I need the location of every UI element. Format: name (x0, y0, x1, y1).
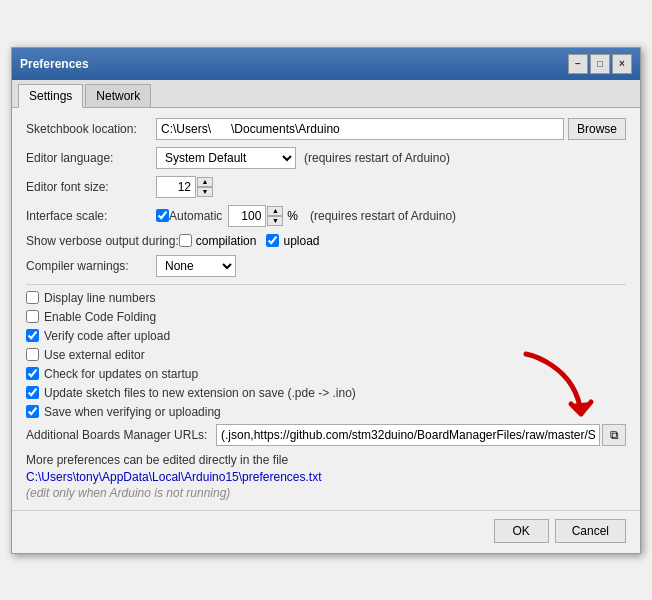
sketchbook-label: Sketchbook location: (26, 122, 156, 136)
verbose-output-label: Show verbose output during: (26, 234, 179, 248)
upload-check-wrap: upload (266, 234, 319, 248)
boards-url-row: Additional Boards Manager URLs: ⧉ (26, 424, 626, 446)
settings-panel: Sketchbook location: Browse Editor langu… (12, 108, 640, 510)
check-updates-label: Check for updates on startup (44, 367, 198, 381)
scale-input[interactable] (228, 205, 266, 227)
editor-font-row: Editor font size: ▲ ▼ (26, 176, 626, 198)
update-sketch-row: Update sketch files to new extension on … (26, 386, 626, 400)
external-editor-row: Use external editor (26, 348, 626, 362)
verify-code-checkbox[interactable] (26, 329, 39, 342)
check-updates-row: Check for updates on startup (26, 367, 626, 381)
sketchbook-row: Sketchbook location: Browse (26, 118, 626, 140)
upload-label: upload (283, 234, 319, 248)
editor-language-hint: (requires restart of Arduino) (304, 151, 450, 165)
display-line-numbers-row: Display line numbers (26, 291, 626, 305)
dialog-title: Preferences (20, 57, 89, 71)
font-decrement-button[interactable]: ▼ (197, 187, 213, 197)
ok-button[interactable]: OK (494, 519, 549, 543)
minimize-button[interactable]: − (568, 54, 588, 74)
save-verifying-checkbox[interactable] (26, 405, 39, 418)
tab-network[interactable]: Network (85, 84, 151, 107)
scale-hint: (requires restart of Arduino) (310, 209, 456, 223)
font-increment-button[interactable]: ▲ (197, 177, 213, 187)
verbose-output-row: Show verbose output during: compilation … (26, 234, 626, 248)
more-prefs-text: More preferences can be edited directly … (26, 453, 626, 467)
dialog-footer: OK Cancel (12, 510, 640, 553)
display-line-numbers-label: Display line numbers (44, 291, 155, 305)
font-spinner-buttons: ▲ ▼ (197, 177, 213, 197)
percent-symbol: % (287, 209, 298, 223)
copy-icon: ⧉ (610, 428, 619, 442)
upload-checkbox[interactable] (266, 234, 279, 247)
compiler-warnings-select[interactable]: None (156, 255, 236, 277)
compiler-warnings-label: Compiler warnings: (26, 259, 156, 273)
compilation-label: compilation (196, 234, 257, 248)
tab-settings[interactable]: Settings (18, 84, 83, 108)
scale-spinner-buttons: ▲ ▼ (267, 206, 283, 226)
automatic-checkbox[interactable] (156, 209, 169, 222)
title-bar: Preferences − □ × (12, 48, 640, 80)
update-sketch-checkbox[interactable] (26, 386, 39, 399)
compiler-warnings-row: Compiler warnings: None (26, 255, 626, 277)
external-editor-label: Use external editor (44, 348, 145, 362)
enable-code-folding-row: Enable Code Folding (26, 310, 626, 324)
font-size-input[interactable] (156, 176, 196, 198)
verify-code-label: Verify code after upload (44, 329, 170, 343)
editor-font-label: Editor font size: (26, 180, 156, 194)
editor-language-label: Editor language: (26, 151, 156, 165)
close-button[interactable]: × (612, 54, 632, 74)
interface-scale-label: Interface scale: (26, 209, 156, 223)
scale-spinner: ▲ ▼ (228, 205, 283, 227)
boards-manager-section: Additional Boards Manager URLs: ⧉ (26, 424, 626, 446)
boards-url-label: Additional Boards Manager URLs: (26, 428, 216, 442)
cancel-button[interactable]: Cancel (555, 519, 626, 543)
copy-button[interactable]: ⧉ (602, 424, 626, 446)
save-verifying-label: Save when verifying or uploading (44, 405, 221, 419)
update-sketch-label: Update sketch files to new extension on … (44, 386, 356, 400)
tab-bar: Settings Network (12, 80, 640, 108)
title-bar-buttons: − □ × (568, 54, 632, 74)
verify-code-row: Verify code after upload (26, 329, 626, 343)
preferences-dialog: Preferences − □ × Settings Network Sketc… (11, 47, 641, 554)
compilation-check-wrap: compilation (179, 234, 257, 248)
interface-scale-row: Interface scale: Automatic ▲ ▼ % (requir… (26, 205, 626, 227)
enable-code-folding-checkbox[interactable] (26, 310, 39, 323)
prefs-path: C:\Users\tony\AppData\Local\Arduino15\pr… (26, 470, 626, 484)
editor-language-select[interactable]: System Default (156, 147, 296, 169)
enable-code-folding-label: Enable Code Folding (44, 310, 156, 324)
edit-hint: (edit only when Arduino is not running) (26, 486, 626, 500)
maximize-button[interactable]: □ (590, 54, 610, 74)
sketchbook-input[interactable] (156, 118, 564, 140)
scale-increment-button[interactable]: ▲ (267, 206, 283, 216)
automatic-label: Automatic (169, 209, 222, 223)
boards-url-input[interactable] (216, 424, 600, 446)
external-editor-checkbox[interactable] (26, 348, 39, 361)
save-when-verifying-row: Save when verifying or uploading (26, 405, 626, 419)
check-updates-checkbox[interactable] (26, 367, 39, 380)
editor-language-row: Editor language: System Default (require… (26, 147, 626, 169)
browse-button[interactable]: Browse (568, 118, 626, 140)
scale-decrement-button[interactable]: ▼ (267, 216, 283, 226)
compilation-checkbox[interactable] (179, 234, 192, 247)
display-line-numbers-checkbox[interactable] (26, 291, 39, 304)
editor-font-spinner: ▲ ▼ (156, 176, 213, 198)
